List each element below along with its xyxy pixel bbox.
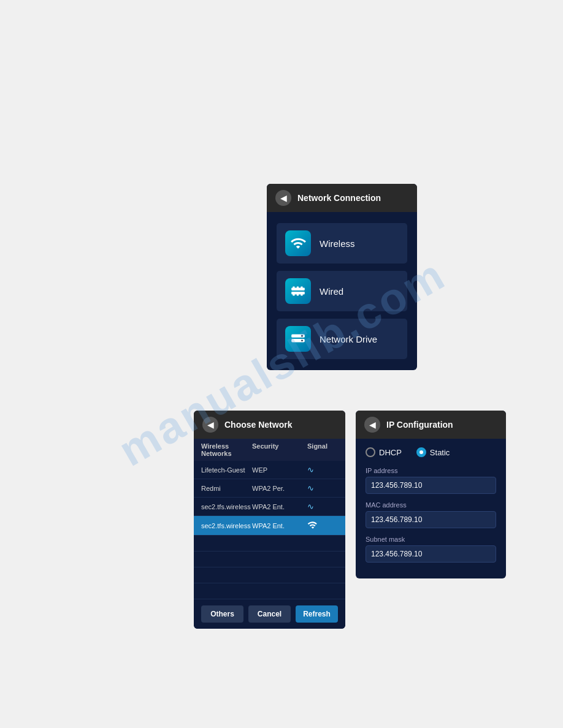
- others-button[interactable]: Others: [201, 605, 243, 623]
- network-drive-option[interactable]: Network Drive: [277, 319, 407, 359]
- choose-network-panel: ◀ Choose Network Wireless Networks Secur…: [194, 411, 345, 629]
- choose-network-body: Wireless Networks Security Signal Lifete…: [194, 439, 345, 629]
- network-signal-3: [307, 520, 338, 531]
- static-radio-inner: [419, 450, 423, 454]
- mac-address-input[interactable]: [366, 511, 496, 528]
- choose-network-header: ◀ Choose Network: [194, 411, 345, 439]
- network-connection-header: ◀ Network Connection: [267, 184, 417, 212]
- svg-point-11: [301, 339, 303, 341]
- network-name-1: Redmi: [201, 485, 252, 492]
- choose-network-footer: Others Cancel Refresh: [194, 599, 345, 629]
- static-radio[interactable]: Static: [416, 447, 450, 457]
- choose-network-back-button[interactable]: ◀: [202, 417, 218, 433]
- dhcp-radio-circle: [366, 447, 375, 457]
- network-row-3[interactable]: sec2.tfs.wireless WPA2 Ent.: [194, 516, 345, 536]
- network-drive-label: Network Drive: [320, 334, 377, 344]
- ip-mode-selector: DHCP Static: [366, 447, 496, 457]
- ip-address-label: IP address: [366, 467, 496, 474]
- dhcp-label: DHCP: [379, 448, 402, 457]
- network-name-0: Lifetech-Guest: [201, 466, 252, 474]
- empty-row-4: [194, 583, 345, 599]
- dhcp-radio[interactable]: DHCP: [366, 447, 402, 457]
- network-name-3: sec2.tfs.wireless: [201, 522, 252, 529]
- col-networks: Wireless Networks: [201, 442, 252, 457]
- svg-rect-3: [297, 286, 299, 288]
- network-row-2[interactable]: sec2.tfs.wireless WPA2 Ent. ∿: [194, 498, 345, 516]
- empty-row-1: [194, 536, 345, 552]
- subnet-mask-input[interactable]: [366, 545, 496, 563]
- svg-rect-6: [297, 294, 299, 295]
- drive-icon: [285, 326, 311, 352]
- static-radio-circle: [416, 447, 426, 457]
- svg-rect-5: [293, 294, 294, 295]
- wired-icon: [285, 278, 311, 304]
- cancel-button[interactable]: Cancel: [248, 605, 291, 623]
- choose-network-title: Choose Network: [224, 420, 292, 430]
- network-security-3: WPA2 Ent.: [252, 522, 307, 529]
- network-row-0[interactable]: Lifetech-Guest WEP ∿: [194, 461, 345, 479]
- refresh-button[interactable]: Refresh: [296, 605, 338, 623]
- network-name-2: sec2.tfs.wireless: [201, 503, 252, 510]
- wifi-icon: [285, 230, 311, 256]
- panel-title: Network Connection: [297, 193, 381, 203]
- network-signal-2: ∿: [307, 502, 338, 511]
- static-label: Static: [430, 448, 450, 457]
- network-connection-panel: ◀ Network Connection Wireless: [267, 184, 417, 370]
- wireless-label: Wireless: [320, 238, 355, 249]
- ip-address-input[interactable]: [366, 477, 496, 494]
- ip-configuration-panel: ◀ IP Configuration DHCP Static IP addres…: [356, 411, 506, 578]
- col-signal: Signal: [307, 442, 338, 457]
- panel-body: Wireless Wired: [267, 212, 417, 370]
- network-signal-1: ∿: [307, 483, 338, 493]
- table-header: Wireless Networks Security Signal: [194, 439, 345, 461]
- ip-config-body: DHCP Static IP address MAC address Subne…: [356, 439, 506, 578]
- back-button[interactable]: ◀: [275, 190, 291, 206]
- mac-address-label: MAC address: [366, 501, 496, 509]
- empty-row-3: [194, 567, 345, 583]
- svg-rect-2: [293, 286, 294, 288]
- empty-row-2: [194, 552, 345, 567]
- col-security: Security: [252, 442, 307, 457]
- svg-rect-4: [301, 286, 302, 288]
- wired-label: Wired: [320, 286, 343, 297]
- svg-rect-7: [301, 294, 302, 295]
- wireless-option[interactable]: Wireless: [277, 223, 407, 264]
- svg-point-10: [301, 335, 303, 337]
- wired-option[interactable]: Wired: [277, 271, 407, 311]
- network-row-1[interactable]: Redmi WPA2 Per. ∿: [194, 479, 345, 498]
- ip-config-header: ◀ IP Configuration: [356, 411, 506, 439]
- network-signal-0: ∿: [307, 465, 338, 474]
- network-security-2: WPA2 Ent.: [252, 503, 307, 510]
- subnet-mask-label: Subnet mask: [366, 536, 496, 543]
- ip-config-back-button[interactable]: ◀: [364, 417, 380, 433]
- ip-config-title: IP Configuration: [386, 420, 453, 430]
- network-security-1: WPA2 Per.: [252, 485, 307, 492]
- network-security-0: WEP: [252, 466, 307, 474]
